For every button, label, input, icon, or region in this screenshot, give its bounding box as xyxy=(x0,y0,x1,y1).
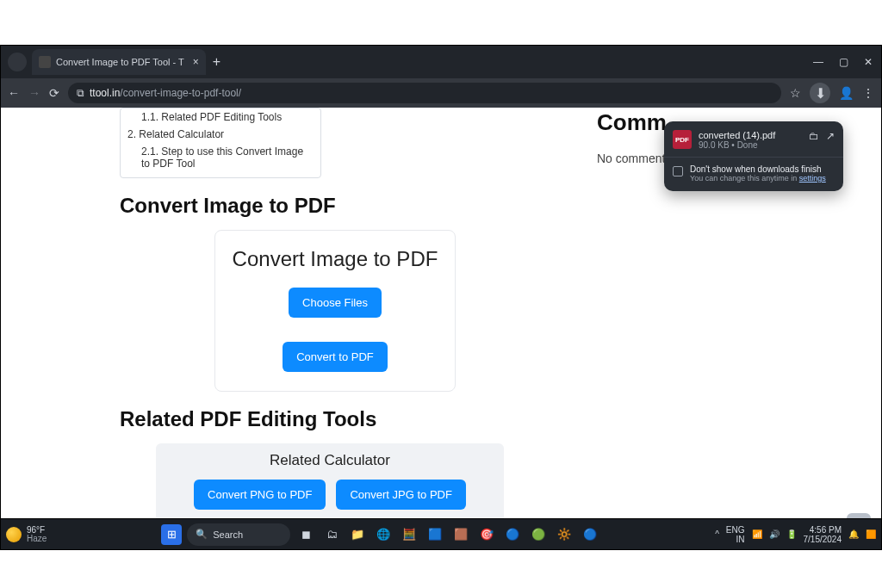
taskbar-app-icon[interactable]: 🎯 xyxy=(476,524,497,545)
pdf-file-icon: PDF xyxy=(673,130,692,149)
page-main: 1.1. Related PDF Editing Tools 2. Relate… xyxy=(1,108,575,549)
download-option: Don't show when downloads finish You can… xyxy=(664,157,843,191)
taskbar-search[interactable]: 🔍Search xyxy=(187,523,290,546)
system-tray: ^ ENG IN 📶 🔊 🔋 4:56 PM 7/15/2024 🔔 🟧 xyxy=(715,525,876,544)
nav-forward-icon[interactable]: → xyxy=(28,86,40,100)
window-minimize-icon[interactable]: — xyxy=(813,56,823,68)
download-meta: 90.0 KB • Done xyxy=(699,140,802,150)
tray-chevron-icon[interactable]: ^ xyxy=(715,529,719,539)
url-host: ttool.in xyxy=(90,87,120,99)
table-of-contents: 1.1. Related PDF Editing Tools 2. Relate… xyxy=(120,108,321,178)
site-info-icon[interactable]: ⧉ xyxy=(77,87,84,99)
bookmark-star-icon[interactable]: ☆ xyxy=(790,86,801,100)
related-calculator-title: Related Calculator xyxy=(166,452,494,469)
download-option-label: Don't show when downloads finish xyxy=(690,164,826,174)
open-external-icon[interactable]: ↗ xyxy=(826,130,835,150)
convert-card: Convert Image to PDF Choose Files Conver… xyxy=(214,230,456,392)
show-in-folder-icon[interactable]: 🗀 xyxy=(809,130,819,150)
profile-dot xyxy=(8,53,27,71)
taskbar-app-icon[interactable]: ◼ xyxy=(295,524,316,545)
weather-desc: Haze xyxy=(27,535,47,543)
related-calculator-card: Related Calculator Convert PNG to PDF Co… xyxy=(156,443,504,523)
taskbar-app-icon[interactable]: 🟫 xyxy=(450,524,471,545)
weather-icon xyxy=(6,527,22,542)
browser-menu-icon[interactable]: ⋮ xyxy=(862,86,874,100)
heading-related-tools: Related PDF Editing Tools xyxy=(120,407,575,431)
taskbar-app-icon[interactable]: 🟦 xyxy=(425,524,445,545)
browser-titlebar: Convert Image to PDF Tool - T × + — ▢ ✕ xyxy=(1,46,881,78)
weather-widget[interactable]: 96°F Haze xyxy=(6,526,47,543)
browser-toolbar: ← → ⟳ ⧉ ttool.in/convert-image-to-pdf-to… xyxy=(1,78,881,108)
convert-png-button[interactable]: Convert PNG to PDF xyxy=(194,480,326,510)
taskbar-app-icon[interactable]: 🟢 xyxy=(528,524,549,545)
window-maximize-icon[interactable]: ▢ xyxy=(839,56,848,68)
new-tab-button[interactable]: + xyxy=(213,54,220,70)
dont-show-checkbox[interactable] xyxy=(673,166,683,176)
language-indicator[interactable]: ENG IN xyxy=(726,525,745,544)
tab-close-icon[interactable]: × xyxy=(193,56,199,68)
clock[interactable]: 4:56 PM 7/15/2024 xyxy=(804,525,842,544)
toc-item[interactable]: 2. Related Calculator xyxy=(127,126,314,143)
battery-icon[interactable]: 🔋 xyxy=(786,529,797,539)
nav-reload-icon[interactable]: ⟳ xyxy=(49,86,59,100)
taskbar-app-icon[interactable]: 🔆 xyxy=(554,524,575,545)
settings-link[interactable]: settings xyxy=(799,174,826,183)
taskbar-app-icon[interactable]: 📁 xyxy=(347,524,368,545)
address-bar[interactable]: ⧉ ttool.in/convert-image-to-pdf-tool/ xyxy=(68,83,781,103)
taskbar-app-icon[interactable]: 🔵 xyxy=(580,524,600,545)
download-filename: converted (14).pdf xyxy=(699,130,802,140)
notifications-icon[interactable]: 🔔 xyxy=(848,529,859,539)
toc-item[interactable]: 1.1. Related PDF Editing Tools xyxy=(127,108,314,126)
volume-icon[interactable]: 🔊 xyxy=(769,529,780,539)
download-option-sub: You can change this anytime in settings xyxy=(690,174,826,183)
taskbar-app-icon[interactable]: 🗂 xyxy=(321,524,342,545)
windows-taskbar: 96°F Haze ⊞ 🔍Search ◼ 🗂 📁 🌐 🧮 🟦 🟫 🎯 🔵 🟢 … xyxy=(1,518,881,549)
tab-favicon xyxy=(39,56,51,68)
url-path: /convert-image-to-pdf-tool/ xyxy=(120,87,241,99)
convert-jpg-button[interactable]: Convert JPG to PDF xyxy=(336,480,465,510)
taskbar-app-icon[interactable]: 🌐 xyxy=(373,524,394,545)
search-icon: 🔍 xyxy=(196,529,208,540)
profile-icon[interactable]: 👤 xyxy=(839,86,854,100)
tab-title: Convert Image to PDF Tool - T xyxy=(56,57,184,67)
taskbar-app-icon[interactable]: 🧮 xyxy=(399,524,419,545)
taskbar-app-icon[interactable]: 🔵 xyxy=(502,524,523,545)
weather-temp: 96°F xyxy=(27,526,47,535)
downloads-popup: PDF converted (14).pdf 90.0 KB • Done 🗀 … xyxy=(664,121,843,191)
wifi-icon[interactable]: 📶 xyxy=(752,529,762,539)
convert-to-pdf-button[interactable]: Convert to PDF xyxy=(283,342,388,372)
tray-extra-icon[interactable]: 🟧 xyxy=(866,529,876,539)
window-close-icon[interactable]: ✕ xyxy=(864,56,873,68)
choose-files-button[interactable]: Choose Files xyxy=(289,288,382,318)
downloads-icon[interactable]: ⬇ xyxy=(810,83,830,103)
toc-item[interactable]: 2.1. Step to use this Convert Image to P… xyxy=(127,143,314,172)
card-title: Convert Image to PDF xyxy=(227,246,443,272)
nav-back-icon[interactable]: ← xyxy=(8,86,20,100)
start-button[interactable]: ⊞ xyxy=(161,524,182,545)
browser-tab[interactable]: Convert Image to PDF Tool - T × xyxy=(32,49,206,75)
download-item[interactable]: PDF converted (14).pdf 90.0 KB • Done 🗀 … xyxy=(664,121,843,157)
heading-convert: Convert Image to PDF xyxy=(120,194,575,218)
